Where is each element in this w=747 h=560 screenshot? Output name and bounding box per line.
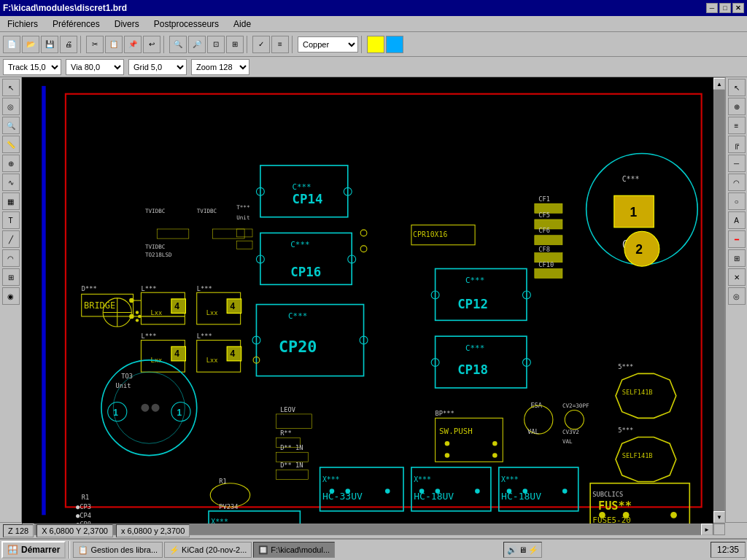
svg-point-149 bbox=[136, 319, 139, 322]
pad-tool[interactable]: ⊕ bbox=[2, 155, 20, 172]
svg-text:D***: D*** bbox=[82, 285, 97, 292]
zoom-select[interactable]: Zoom 128 Zoom 64 Zoom 256 bbox=[191, 59, 249, 75]
module-tool[interactable]: ⊞ bbox=[2, 268, 20, 286]
window-title: F:\kicad\modules\discret1.brd bbox=[3, 3, 127, 13]
svg-text:C***: C*** bbox=[465, 276, 484, 285]
coord-status-1: X 6,0800 Y 2,3700 bbox=[36, 524, 113, 537]
zoom-area-button[interactable]: ⊞ bbox=[226, 36, 244, 53]
svg-point-57 bbox=[129, 298, 134, 303]
inspect-tool[interactable]: 🔍 bbox=[2, 117, 20, 134]
taskbar-app-3[interactable]: 🔲 F:\kicad\modul... bbox=[253, 542, 335, 558]
svg-text:Unit: Unit bbox=[116, 382, 131, 389]
svg-point-133 bbox=[599, 512, 605, 518]
zoom-status: Z 128 bbox=[3, 524, 34, 537]
rt-btn-8[interactable]: A bbox=[728, 211, 746, 229]
line-tool[interactable]: ╱ bbox=[2, 230, 20, 248]
svg-point-100 bbox=[445, 453, 450, 458]
coord-status-2: x 6,0800 y 2,3700 bbox=[116, 524, 190, 537]
pcb-canvas[interactable]: C*** CP14 C*** CP16 C*** CP20 bbox=[22, 77, 713, 524]
drc-button[interactable]: ✓ bbox=[252, 36, 270, 53]
undo-button[interactable]: ↩ bbox=[143, 36, 160, 53]
via-select[interactable]: Via 80,0 Via 60,0 bbox=[66, 59, 124, 75]
svg-text:1: 1 bbox=[113, 408, 118, 418]
text-tool[interactable]: T bbox=[2, 211, 20, 229]
save-button[interactable]: 💾 bbox=[41, 36, 58, 53]
paste-button[interactable]: 📌 bbox=[124, 36, 142, 53]
highlight-tool[interactable]: ◎ bbox=[2, 98, 20, 115]
zoom-fit-button[interactable]: ⊡ bbox=[207, 36, 225, 53]
minimize-button[interactable]: ─ bbox=[706, 3, 718, 13]
menu-fichiers[interactable]: Fichiers bbox=[3, 18, 42, 31]
rt-btn-2[interactable]: ⊕ bbox=[728, 98, 746, 115]
svg-point-125 bbox=[562, 489, 568, 494]
svg-text:R1: R1 bbox=[82, 494, 89, 501]
svg-text:SELF141B: SELF141B bbox=[622, 389, 653, 396]
svg-text:R**: R** bbox=[280, 429, 292, 437]
rt-btn-3[interactable]: ≡ bbox=[728, 117, 746, 134]
rt-btn-5[interactable]: ─ bbox=[728, 155, 746, 172]
rt-btn-11[interactable]: ✕ bbox=[728, 268, 746, 286]
rt-btn-4[interactable]: ╔ bbox=[728, 136, 746, 153]
svg-rect-46 bbox=[535, 269, 562, 279]
measure-tool[interactable]: 📏 bbox=[2, 136, 20, 153]
zoom-in-button[interactable]: 🔍 bbox=[169, 36, 187, 53]
new-button[interactable]: 📄 bbox=[3, 36, 20, 53]
rt-btn-7[interactable]: ○ bbox=[728, 192, 746, 210]
start-button[interactable]: 🪟 Démarrer bbox=[1, 541, 66, 559]
menu-aide[interactable]: Aide bbox=[229, 18, 255, 31]
rt-btn-1[interactable]: ↖ bbox=[728, 79, 746, 96]
scroll-up-button[interactable]: ▲ bbox=[713, 78, 725, 90]
close-button[interactable]: ✕ bbox=[732, 3, 744, 13]
secondary-toolbar: Track 15,0 Track 10,0 Via 80,0 Via 60,0 … bbox=[0, 57, 747, 77]
menu-divers[interactable]: Divers bbox=[110, 18, 144, 31]
open-button[interactable]: 📂 bbox=[22, 36, 39, 53]
track-select[interactable]: Track 15,0 Track 10,0 bbox=[3, 59, 61, 75]
grid-select[interactable]: Grid 5,0 Grid 10,0 bbox=[128, 59, 187, 75]
rt-btn-6[interactable]: ◠ bbox=[728, 174, 746, 191]
scroll-track-v[interactable] bbox=[714, 90, 724, 511]
svg-text:D** 1N: D** 1N bbox=[280, 462, 303, 469]
track-tool[interactable]: ∿ bbox=[2, 174, 20, 191]
svg-rect-2 bbox=[42, 86, 45, 515]
app1-icon: 📋 bbox=[78, 545, 88, 555]
svg-text:Unit: Unit bbox=[236, 214, 249, 221]
start-icon: 🪟 bbox=[7, 545, 18, 555]
svg-text:TVIDBC: TVIDBC bbox=[197, 208, 217, 214]
svg-text:2: 2 bbox=[635, 242, 643, 257]
zoom-out-button[interactable]: 🔎 bbox=[188, 36, 206, 53]
drill-tool[interactable]: ◉ bbox=[2, 287, 20, 305]
copy-button[interactable]: 📋 bbox=[105, 36, 123, 53]
svg-text:L***: L*** bbox=[141, 332, 156, 340]
app2-icon: ⚡ bbox=[169, 545, 179, 555]
layer-color2[interactable] bbox=[386, 36, 403, 53]
canvas-container: C*** CP14 C*** CP16 C*** CP20 bbox=[22, 77, 725, 522]
svg-text:CP12: CP12 bbox=[457, 297, 488, 311]
svg-text:4: 4 bbox=[174, 301, 179, 311]
rt-btn-9[interactable]: ━ bbox=[728, 230, 746, 248]
maximize-button[interactable]: □ bbox=[719, 3, 731, 13]
cursor-tool[interactable]: ↖ bbox=[2, 79, 20, 96]
svg-text:L***: L*** bbox=[197, 285, 212, 292]
svg-text:4: 4 bbox=[230, 349, 235, 359]
print-button[interactable]: 🖨 bbox=[60, 36, 77, 53]
zone-tool[interactable]: ▦ bbox=[2, 192, 20, 210]
menu-postprocesseurs[interactable]: Postprocesseurs bbox=[150, 18, 223, 31]
svg-point-98 bbox=[445, 441, 450, 446]
canvas-row: C*** CP14 C*** CP16 C*** CP20 bbox=[22, 77, 725, 524]
vertical-scrollbar[interactable]: ▲ ▼ bbox=[713, 77, 725, 524]
svg-text:T***: T*** bbox=[236, 204, 249, 211]
layer-color1[interactable] bbox=[367, 36, 384, 53]
layer-select[interactable]: Copper Component bbox=[298, 36, 358, 52]
cut-button[interactable]: ✂ bbox=[86, 36, 104, 53]
arc-tool[interactable]: ◠ bbox=[2, 249, 20, 267]
svg-text:CF10: CF10 bbox=[538, 261, 554, 268]
taskbar-app-2[interactable]: ⚡ KiCad (20-nov-2... bbox=[164, 542, 252, 558]
netlist-button[interactable]: ≡ bbox=[271, 36, 289, 53]
menu-preferences[interactable]: Préférences bbox=[48, 18, 104, 31]
rt-btn-12[interactable]: ◎ bbox=[728, 287, 746, 305]
rt-btn-10[interactable]: ⊞ bbox=[728, 249, 746, 267]
taskbar-app-1[interactable]: 📋 Gestion des libra... bbox=[73, 542, 163, 558]
svg-text:●CP8: ●CP8 bbox=[76, 521, 91, 524]
scroll-right-button[interactable]: ► bbox=[701, 524, 713, 535]
scroll-down-button[interactable]: ▼ bbox=[713, 511, 725, 523]
